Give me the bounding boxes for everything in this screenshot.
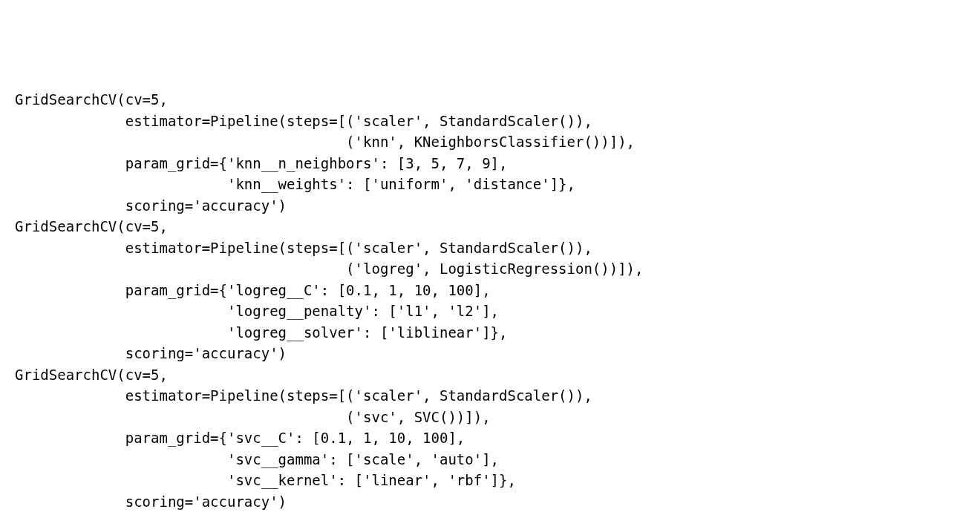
code-output: GridSearchCV(cv=5, estimator=Pipeline(st… <box>15 89 965 512</box>
